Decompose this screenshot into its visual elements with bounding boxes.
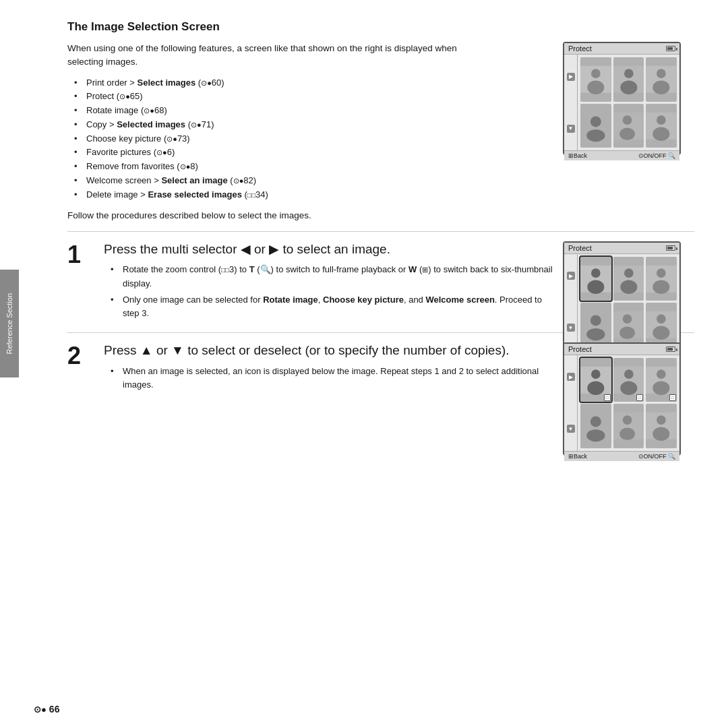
svg-point-7 bbox=[657, 69, 666, 78]
copy-badge-2: □ bbox=[636, 394, 643, 401]
play-button-top: ▶ bbox=[567, 73, 575, 81]
svg-point-29 bbox=[586, 328, 605, 340]
copy-badge-3: □ bbox=[669, 394, 676, 401]
camera-header-mid: Protect bbox=[564, 243, 679, 254]
camera-side-buttons-bot: ▶ ▼ bbox=[564, 355, 578, 451]
step-1-title: Press the multi selector ◀ or ▶ to selec… bbox=[104, 241, 556, 258]
camera-side-buttons-mid: ▶ ▼ bbox=[564, 254, 578, 350]
thumb-5 bbox=[613, 104, 644, 148]
list-item: Rotate image (⊙●68) bbox=[74, 104, 556, 118]
step-1-number: 1 bbox=[67, 243, 94, 267]
svg-point-8 bbox=[653, 80, 670, 94]
svg-point-34 bbox=[657, 315, 666, 324]
thumb-3 bbox=[646, 57, 677, 102]
battery-icon-mid bbox=[666, 245, 675, 251]
svg-point-5 bbox=[620, 80, 637, 94]
svg-point-32 bbox=[619, 327, 635, 339]
thumb-bot-5 bbox=[613, 404, 644, 448]
thumb-2 bbox=[613, 57, 644, 102]
play-button-mid: ▶ bbox=[567, 272, 575, 280]
thumb-bot-3: □ bbox=[646, 358, 677, 402]
page-ref-number: 66 bbox=[49, 704, 60, 715]
play-button-bot: ▶ bbox=[567, 373, 575, 381]
svg-point-28 bbox=[590, 315, 601, 326]
camera-body-bot: ▶ ▼ □ □ bbox=[564, 355, 679, 451]
list-item: Favorite pictures (⊙●6) bbox=[74, 146, 556, 160]
svg-point-44 bbox=[653, 381, 670, 395]
feature-list: Print order > Select images (⊙●60) Prote… bbox=[74, 76, 556, 202]
step-1-bullet-2: Only one image can be selected for Rotat… bbox=[111, 293, 556, 320]
battery-icon bbox=[666, 46, 675, 51]
down-button-mid: ▼ bbox=[567, 324, 575, 332]
step-2-bullets: When an image is selected, an icon is di… bbox=[111, 365, 556, 392]
back-label-bot: ⊞Back bbox=[568, 453, 587, 460]
svg-point-46 bbox=[590, 417, 601, 427]
svg-point-50 bbox=[619, 428, 635, 440]
list-item: Remove from favorites (⊙●8) bbox=[74, 160, 556, 174]
camera-grid-mid bbox=[578, 254, 679, 350]
list-item: Choose key picture (⊙●73) bbox=[74, 132, 556, 146]
list-item: Protect (⊙●65) bbox=[74, 90, 556, 104]
thumb-6 bbox=[646, 104, 677, 148]
svg-point-4 bbox=[624, 69, 634, 78]
svg-point-13 bbox=[622, 115, 632, 125]
camera-screen-top: Protect ▶ ▼ bbox=[563, 42, 681, 155]
down-button-bot: ▼ bbox=[567, 425, 575, 433]
page-title: The Image Selection Screen bbox=[67, 20, 694, 34]
svg-point-49 bbox=[622, 416, 632, 425]
svg-point-37 bbox=[591, 369, 601, 379]
svg-point-2 bbox=[587, 80, 604, 94]
camera-screen-bot: Protect ▶ ▼ □ bbox=[563, 342, 681, 456]
protect-label-mid: Protect bbox=[568, 244, 592, 252]
camera-grid-bot: □ □ □ bbox=[578, 355, 679, 451]
svg-point-26 bbox=[653, 280, 670, 294]
step-2-content: Press ▲ or ▼ to select or deselect (or t… bbox=[104, 342, 556, 394]
svg-point-11 bbox=[586, 129, 605, 141]
camera-body-mid: ▶ ▼ bbox=[564, 254, 679, 350]
list-item: Copy > Selected images (⊙●71) bbox=[74, 118, 556, 132]
page-number: ⊙● 66 bbox=[34, 704, 59, 715]
svg-point-40 bbox=[624, 369, 634, 379]
thumb-bot-2: □ bbox=[613, 358, 644, 402]
thumb-mid-4 bbox=[580, 303, 611, 347]
toggle-label-top: ⊙ON/OFF 🔍 bbox=[638, 152, 676, 159]
protect-label-bot: Protect bbox=[568, 345, 592, 353]
camera-header-top: Protect bbox=[564, 43, 679, 55]
list-item: Print order > Select images (⊙●60) bbox=[74, 76, 556, 90]
step-1-bullets: Rotate the zoom control (□□3) to T (🔍) t… bbox=[111, 263, 556, 320]
svg-point-14 bbox=[619, 127, 635, 140]
follow-text: Follow the procedures described below to… bbox=[67, 210, 694, 220]
divider-1 bbox=[67, 231, 694, 232]
step-2-title: Press ▲ or ▼ to select or deselect (or t… bbox=[104, 342, 556, 359]
svg-point-20 bbox=[587, 280, 604, 294]
list-item: Delete image > Erase selected images (□□… bbox=[74, 188, 556, 202]
svg-point-19 bbox=[591, 268, 601, 278]
svg-point-43 bbox=[657, 369, 666, 379]
list-item: Welcome screen > Select an image (⊙●82) bbox=[74, 174, 556, 188]
copy-badge-1: □ bbox=[604, 394, 611, 401]
step-2-number: 2 bbox=[67, 344, 94, 368]
thumb-1 bbox=[580, 57, 611, 102]
protect-label-top: Protect bbox=[568, 44, 592, 53]
thumb-4 bbox=[580, 104, 611, 148]
step-1-bullet-1: Rotate the zoom control (□□3) to T (🔍) t… bbox=[111, 263, 556, 290]
svg-point-41 bbox=[620, 381, 637, 395]
thumb-bot-6 bbox=[646, 404, 677, 448]
svg-point-47 bbox=[586, 429, 605, 442]
back-label-top: ⊞Back bbox=[568, 152, 587, 159]
step-2-bullet-1: When an image is selected, an icon is di… bbox=[111, 365, 556, 392]
camera-footer-top: ⊞Back ⊙ON/OFF 🔍 bbox=[564, 150, 679, 160]
svg-point-23 bbox=[620, 280, 637, 294]
svg-point-35 bbox=[653, 326, 670, 340]
camera-side-buttons-top: ▶ ▼ bbox=[564, 55, 578, 150]
svg-point-22 bbox=[624, 268, 634, 278]
svg-point-53 bbox=[653, 427, 670, 442]
thumb-mid-3 bbox=[646, 257, 677, 301]
down-button-top: ▼ bbox=[567, 125, 575, 133]
camera-header-bot: Protect bbox=[564, 344, 679, 355]
svg-point-17 bbox=[653, 127, 670, 141]
svg-point-31 bbox=[622, 315, 632, 324]
camera-grid-top bbox=[578, 55, 679, 150]
thumb-mid-6 bbox=[646, 303, 677, 347]
thumb-bot-4 bbox=[580, 404, 611, 448]
